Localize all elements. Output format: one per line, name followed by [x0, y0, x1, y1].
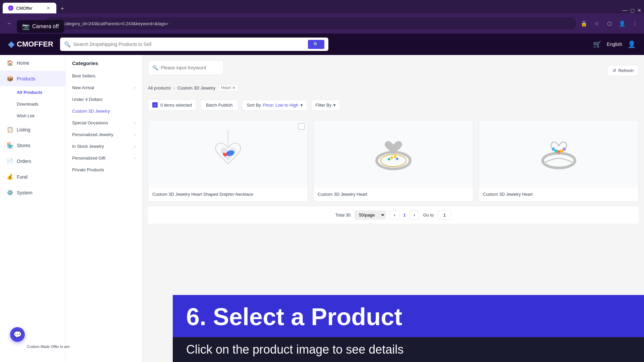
categories-title: Categories: [65, 60, 142, 70]
category-custom-3d-jewelry[interactable]: Custom 3D Jewelry: [65, 105, 142, 117]
app-header: ◈ CMOFFER 🔍 🔍 🛒 English 👤: [0, 34, 644, 55]
select-all-checkbox[interactable]: ▪: [152, 102, 158, 108]
content-main: Categories Best Sellers New Arrival › Un…: [65, 55, 644, 362]
chat-bubble[interactable]: 💬: [10, 327, 25, 342]
refresh-button[interactable]: ↺ Refresh: [607, 65, 639, 76]
sidebar-item-system[interactable]: ⚙️ System: [0, 185, 65, 200]
new-arrival-arrow: ›: [134, 85, 136, 90]
category-personalized-jewelry[interactable]: Personalized Jewelry ›: [65, 129, 142, 140]
logo-icon: ◈: [8, 40, 14, 49]
sidebar-item-products[interactable]: 📦 Products: [0, 71, 65, 86]
wishlist-label: Wish List: [17, 113, 35, 118]
sort-dropdown[interactable]: Sort By Price: Low to High ▾: [242, 100, 307, 111]
svg-point-3: [381, 155, 406, 167]
prev-page-button[interactable]: ‹: [390, 210, 399, 220]
breadcrumb-category: Custom 3D Jewelry: [177, 85, 215, 90]
extensions-icon[interactable]: ⬡: [604, 18, 614, 28]
personalized-jewelry-label: Personalized Jewelry: [72, 132, 113, 137]
browser-nav: ← → ↻ dsList?category_id=243&catParents=…: [0, 13, 644, 34]
tab-label: CMOffer: [16, 6, 33, 11]
main-content: 🏠 Home 📦 Products All Products Downloads…: [0, 55, 644, 362]
language-selector[interactable]: English: [607, 42, 622, 47]
product-card-2[interactable]: Custom 3D Jewelry Heart: [313, 120, 473, 202]
camera-off-label: Camera off: [32, 23, 59, 29]
product-card-3[interactable]: Custom 3D Jewelry Heart: [479, 120, 639, 202]
category-special-occasions[interactable]: Special Occasions ›: [65, 117, 142, 129]
keyword-input[interactable]: [161, 65, 219, 70]
category-personalized-gift[interactable]: Personalized Gift ›: [65, 152, 142, 164]
custom-3d-label: Custom 3D Jewelry: [72, 109, 110, 114]
svg-point-9: [552, 147, 555, 151]
tab-close-button[interactable]: ✕: [46, 5, 51, 11]
new-tab-button[interactable]: +: [58, 4, 67, 13]
orders-icon: 📄: [7, 158, 13, 164]
breadcrumb-all-products[interactable]: All products: [148, 85, 171, 90]
sidebar-orders-label: Orders: [17, 159, 31, 164]
category-new-arrival[interactable]: New Arrival ›: [65, 82, 142, 94]
sidebar-listing-label: Listing: [17, 127, 30, 132]
profile-icon[interactable]: 👤: [617, 18, 627, 28]
header-right: 🛒 English 👤: [593, 40, 636, 48]
sidebar-sub-all-products[interactable]: All Products: [0, 86, 65, 98]
stores-icon: 🏪: [7, 142, 13, 148]
special-occasions-arrow: ›: [134, 121, 136, 125]
category-best-sellers[interactable]: Best Sellers: [65, 70, 142, 82]
minimize-icon[interactable]: —: [622, 7, 628, 13]
product-image-2[interactable]: [314, 120, 473, 187]
category-under-4-dollars[interactable]: Under 4 Dollars: [65, 94, 142, 105]
maximize-icon[interactable]: ▢: [630, 8, 635, 13]
close-window-icon[interactable]: ✕: [637, 8, 641, 13]
product-name-1: Custom 3D Jewelry Heart Shaped Dolphin N…: [152, 191, 304, 197]
filter-by-label: Filter By: [316, 103, 332, 108]
under-4-label: Under 4 Dollars: [72, 97, 102, 102]
tag-close-icon[interactable]: ✕: [232, 85, 235, 90]
next-page-button[interactable]: ›: [410, 210, 419, 220]
total-count: Total 30: [335, 213, 351, 218]
search-input[interactable]: [73, 42, 305, 47]
sort-by-label: Sort By: [247, 103, 261, 108]
tag-label: Heart: [221, 85, 231, 90]
best-sellers-label: Best Sellers: [72, 73, 95, 78]
filter-chevron-icon: ▾: [333, 103, 336, 108]
sidebar-item-fund[interactable]: 💰 Fund: [0, 169, 65, 185]
pagination: Total 30 50/page 100/page ‹ 1 › Go to: [148, 206, 639, 224]
goto-page-input[interactable]: [438, 210, 451, 220]
per-page-select[interactable]: 50/page 100/page: [355, 210, 386, 220]
overlay-banner: 6. Select a Product Click on the product…: [173, 295, 644, 362]
product-checkbox-1[interactable]: [298, 123, 305, 130]
category-in-stock-jewelry[interactable]: In Stock Jewelry ›: [65, 140, 142, 152]
product-image-1[interactable]: [148, 120, 308, 187]
breadcrumb-separator: ›: [173, 85, 175, 90]
products-icon: 📦: [7, 75, 13, 82]
sidebar-item-listing[interactable]: 📋 Listing: [0, 122, 65, 137]
overlay-title: 6. Select a Product: [186, 303, 631, 330]
logo-text: CMOFFER: [17, 40, 53, 49]
personalized-gift-label: Personalized Gift: [72, 156, 105, 161]
sidebar-fund-label: Fund: [17, 174, 28, 180]
product-image-3[interactable]: [479, 120, 638, 187]
batch-publish-button[interactable]: Batch Publish: [200, 100, 238, 111]
sort-value: Price: Low to High: [263, 103, 299, 108]
sidebar-sub-downloads[interactable]: Downloads: [0, 98, 65, 110]
sidebar-sub-wishlist[interactable]: Wish List: [0, 110, 65, 122]
search-button[interactable]: 🔍: [308, 40, 324, 49]
new-arrival-label: New Arrival: [72, 85, 94, 90]
menu-icon[interactable]: ⋮: [630, 18, 640, 28]
back-button[interactable]: ←: [4, 18, 15, 29]
product-card-1[interactable]: Custom 3D Jewelry Heart Shaped Dolphin N…: [148, 120, 308, 202]
bookmark-icon[interactable]: ☆: [592, 18, 602, 28]
sidebar-item-orders[interactable]: 📄 Orders: [0, 153, 65, 169]
svg-point-13: [562, 147, 566, 151]
address-bar[interactable]: dsList?category_id=243&catParents=0,243&…: [44, 17, 576, 29]
breadcrumb-tag: Heart ✕: [218, 84, 238, 91]
filter-dropdown[interactable]: Filter By ▾: [311, 100, 340, 111]
sidebar-item-home[interactable]: 🏠 Home: [0, 55, 65, 71]
sidebar-item-stores[interactable]: 🏪 Stores: [0, 137, 65, 153]
cart-icon[interactable]: 🛒: [593, 40, 601, 48]
product-name-3: Custom 3D Jewelry Heart: [483, 191, 634, 197]
browser-tab-active[interactable]: C CMOffer ✕: [3, 3, 56, 13]
nav-icons: 🔒 ☆ ⬡ 👤 ⋮: [579, 18, 640, 28]
user-avatar[interactable]: 👤: [628, 40, 636, 48]
sidebar-stores-label: Stores: [17, 143, 30, 148]
category-private-products[interactable]: Private Products: [65, 164, 142, 176]
